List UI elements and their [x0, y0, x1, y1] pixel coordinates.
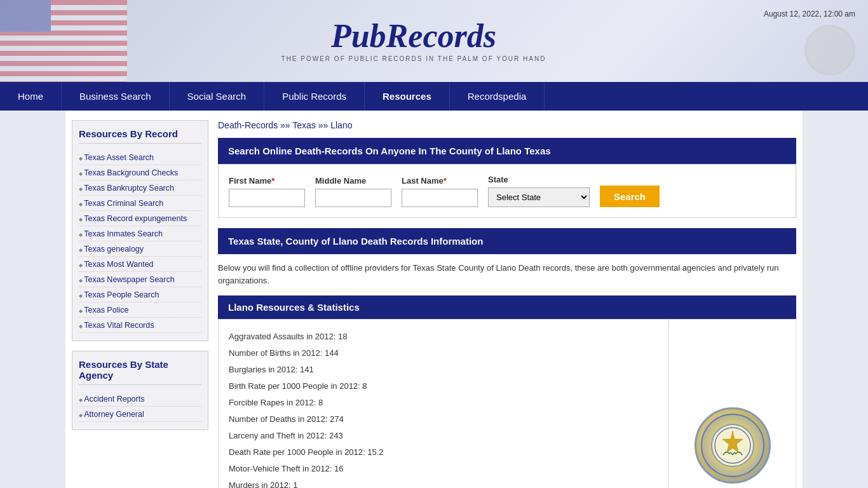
list-item: Texas Background Checks [79, 165, 201, 180]
list-item: Texas Vital Records [79, 318, 201, 333]
list-item: Texas Newspaper Search [79, 272, 201, 287]
stat-item: Murders in 2012: 1 [229, 477, 658, 488]
resources-by-agency-box: Resources By State Agency Accident Repor… [72, 351, 208, 430]
nav-public-records[interactable]: Public Records [264, 82, 365, 111]
stat-item: Motor-Vehicle Theft in 2012: 16 [229, 461, 658, 477]
nav-recordspedia[interactable]: Recordspedia [450, 82, 545, 111]
link-texas-newspaper-search[interactable]: Texas Newspaper Search [84, 275, 174, 284]
nav-social-search[interactable]: Social Search [170, 82, 265, 111]
stat-item: Burglaries in 2012: 141 [229, 362, 658, 378]
middle-name-group: Middle Name [315, 176, 391, 207]
texas-seal-image [695, 407, 771, 484]
middle-name-input[interactable] [315, 189, 391, 207]
logo-tagline: THE POWER OF PUBLIC RECORDS IN THE PALM … [64, 55, 764, 62]
record-links-list: Texas Asset Search Texas Background Chec… [79, 150, 201, 333]
list-item: Texas Asset Search [79, 150, 201, 165]
breadcrumb: Death-Records »» Texas »» Llano [218, 120, 796, 130]
sidebar: Resources By Record Texas Asset Search T… [72, 120, 208, 488]
breadcrumb-texas[interactable]: Texas [292, 120, 316, 130]
main-content: Death-Records »» Texas »» Llano Search O… [218, 120, 796, 488]
last-name-input[interactable] [402, 189, 478, 207]
state-select[interactable]: Select State Texas California New York [488, 187, 590, 207]
list-item: Texas Record expungements [79, 211, 201, 226]
nav-business-search[interactable]: Business Search [62, 82, 170, 111]
stat-item: Number of Deaths in 2012: 274 [229, 411, 658, 428]
resources-by-agency-title: Resources By State Agency [79, 359, 201, 385]
list-item: Texas Most Wanted [79, 257, 201, 272]
flag-canton [0, 0, 51, 32]
resources-by-record-box: Resources By Record Texas Asset Search T… [72, 120, 208, 341]
last-name-group: Last Name* [402, 176, 478, 207]
first-name-input[interactable] [229, 189, 305, 207]
required-marker-2: * [444, 176, 447, 186]
link-accident-reports[interactable]: Accident Reports [84, 395, 144, 403]
stat-item: Forcible Rapes in 2012: 8 [229, 395, 658, 411]
search-form-container: First Name* Middle Name Last Name* State [218, 164, 796, 218]
list-item: Texas Criminal Search [79, 196, 201, 211]
seal-inner [701, 414, 764, 477]
header-datetime: August 12, 2022, 12:00 am [764, 6, 855, 18]
breadcrumb-sep2: »» [318, 120, 330, 130]
link-texas-background-checks[interactable]: Texas Background Checks [84, 168, 178, 177]
nav-resources[interactable]: Resources [365, 82, 450, 111]
last-name-label: Last Name* [402, 176, 478, 186]
state-label: State [488, 175, 590, 184]
flag-background [0, 0, 127, 82]
link-texas-most-wanted[interactable]: Texas Most Wanted [84, 260, 153, 269]
link-texas-police[interactable]: Texas Police [84, 306, 128, 315]
logo-text: PubRecords [64, 20, 764, 53]
list-item: Attorney General [79, 407, 201, 422]
search-section-header: Search Online Death-Records On Anyone In… [218, 138, 796, 164]
main-navigation: Home Business Search Social Search Publi… [0, 82, 868, 111]
list-item: Texas genealogy [79, 241, 201, 257]
breadcrumb-llano: Llano [330, 120, 352, 130]
first-name-group: First Name* [229, 176, 305, 207]
main-layout: Resources By Record Texas Asset Search T… [65, 111, 803, 488]
stats-left-panel: Aggravated Assaults in 2012: 18 Number o… [219, 320, 668, 488]
list-item: Accident Reports [79, 391, 201, 407]
stat-item: Death Rate per 1000 People in 2012: 15.2 [229, 444, 658, 461]
stats-right-panel: Official Texas Seal [668, 320, 796, 488]
seal-svg [710, 423, 755, 468]
list-item: Texas Police [79, 302, 201, 318]
state-group: State Select State Texas California New … [488, 175, 590, 207]
stat-item: Birth Rate per 1000 People in 2012: 8 [229, 378, 658, 395]
link-texas-vital-records[interactable]: Texas Vital Records [84, 321, 154, 330]
list-item: Texas Inmates Search [79, 226, 201, 241]
link-attorney-general[interactable]: Attorney General [84, 410, 144, 419]
agency-links-list: Accident Reports Attorney General [79, 391, 201, 422]
info-section-description: Below you will find a collection of offl… [218, 262, 796, 287]
search-form: First Name* Middle Name Last Name* State [229, 175, 785, 207]
resources-by-record-title: Resources By Record [79, 128, 201, 144]
list-item: Texas People Search [79, 287, 201, 302]
link-texas-criminal-search[interactable]: Texas Criminal Search [84, 199, 163, 208]
list-item: Texas Bankruptcy Search [79, 180, 201, 196]
site-logo: PubRecords THE POWER OF PUBLIC RECORDS I… [64, 20, 764, 62]
nav-home[interactable]: Home [0, 82, 62, 111]
link-texas-inmates-search[interactable]: Texas Inmates Search [84, 229, 163, 238]
link-texas-asset-search[interactable]: Texas Asset Search [84, 153, 154, 162]
link-texas-genealogy[interactable]: Texas genealogy [84, 245, 144, 254]
breadcrumb-sep1: »» [280, 120, 292, 130]
link-texas-bankruptcy-search[interactable]: Texas Bankruptcy Search [84, 184, 174, 193]
stats-container: Aggravated Assaults in 2012: 18 Number o… [218, 319, 796, 488]
first-name-label: First Name* [229, 176, 305, 186]
search-button[interactable]: Search [600, 186, 660, 207]
middle-name-label: Middle Name [315, 176, 391, 186]
required-marker: * [271, 176, 275, 186]
stats-section-header: Llano Resources & Statistics [218, 295, 796, 319]
breadcrumb-death-records[interactable]: Death-Records [218, 120, 278, 130]
info-section-header: Texas State, County of Llano Death Recor… [218, 228, 796, 254]
page-header: PubRecords THE POWER OF PUBLIC RECORDS I… [0, 0, 868, 82]
header-seal-image [804, 25, 855, 76]
stat-item: Larceny and Theft in 2012: 243 [229, 428, 658, 444]
stat-item: Number of Births in 2012: 144 [229, 345, 658, 362]
link-texas-people-search[interactable]: Texas People Search [84, 290, 159, 299]
link-texas-record-expungements[interactable]: Texas Record expungements [84, 214, 187, 223]
stat-item: Aggravated Assaults in 2012: 18 [229, 329, 658, 345]
